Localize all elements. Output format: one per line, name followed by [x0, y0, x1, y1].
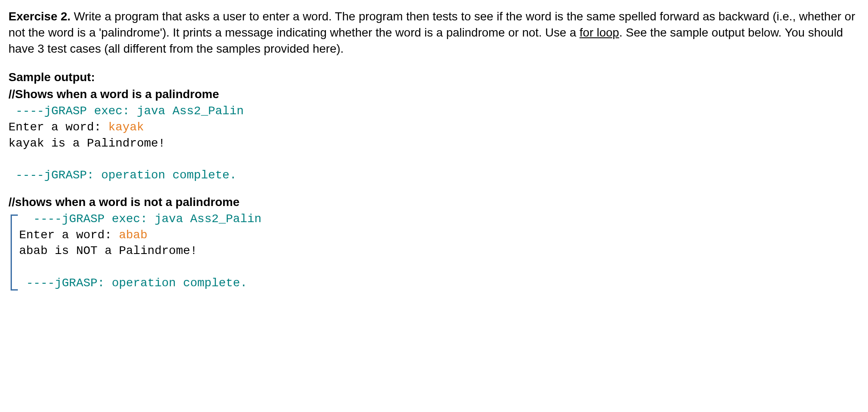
case1-complete-text: jGRASP: operation complete. [44, 169, 237, 182]
case1-exec-text: jGRASP exec: java Ass2_Palin [44, 104, 244, 118]
case2-prompt: Enter a word: [19, 229, 119, 242]
exercise-for-loop: for loop [580, 26, 619, 39]
case1-result: kayak is a Palindrome! [8, 137, 165, 150]
case1-prompt: Enter a word: [8, 121, 108, 134]
case2-exec-dashes: ---- [19, 212, 62, 226]
case1-comment: //Shows when a word is a palindrome [8, 86, 860, 102]
case2-result: abab is NOT a Palindrome! [19, 244, 197, 257]
exercise-description: Exercise 2. Write a program that asks a … [8, 8, 860, 56]
case2-console: ----jGRASP exec: java Ass2_Palin Enter a… [19, 211, 860, 291]
sample-output-heading: Sample output: [8, 69, 860, 85]
case1-console: ----jGRASP exec: java Ass2_Palin Enter a… [8, 103, 860, 183]
case1-complete-dashes: ---- [8, 169, 44, 182]
case1-exec-dashes: ---- [8, 104, 44, 118]
case2-complete-text: jGRASP: operation complete. [55, 277, 247, 290]
case2-input: abab [119, 229, 147, 242]
case2-bracket-icon [11, 214, 18, 291]
case2-exec-text: jGRASP exec: java Ass2_Palin [62, 212, 261, 226]
case1-input: kayak [108, 121, 144, 134]
exercise-title: Exercise 2. [8, 10, 70, 23]
case2-bracket-wrapper: ----jGRASP exec: java Ass2_Palin Enter a… [8, 211, 860, 291]
case2-complete-dashes: ---- [19, 277, 55, 290]
case2-comment: //shows when a word is not a palindrome [8, 194, 860, 210]
